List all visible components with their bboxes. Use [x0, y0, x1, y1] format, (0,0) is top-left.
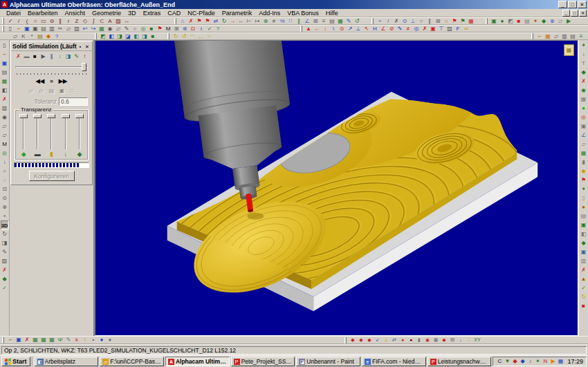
scale-icon[interactable]: %	[278, 18, 286, 25]
marker-red-icon[interactable]: ⚑	[450, 18, 459, 25]
post-icon[interactable]: ◆	[440, 337, 448, 344]
camera-icon[interactable]: ◉	[106, 26, 114, 32]
half-icon[interactable]: ◧	[580, 229, 588, 238]
text-icon[interactable]: A	[106, 18, 114, 25]
xy-icon[interactable]: XY	[473, 337, 481, 344]
snap-center-icon[interactable]: ⊙	[401, 18, 409, 25]
save-op-icon[interactable]: ▣	[15, 337, 23, 344]
green-tray-icon[interactable]: ✦	[534, 357, 541, 366]
target2-icon[interactable]: ◎	[580, 113, 588, 122]
green-box-icon[interactable]: ▣	[580, 220, 588, 229]
cube-icon[interactable]: ■	[147, 26, 156, 32]
dim-diagonal-icon[interactable]: ↗	[346, 26, 354, 32]
delete2-icon[interactable]: ✗	[1, 95, 9, 104]
simulate1-icon[interactable]: ▦	[31, 337, 39, 344]
holder-icon[interactable]: ▮	[415, 337, 423, 344]
probe-icon[interactable]: T	[580, 59, 588, 68]
check-icon[interactable]: ✓	[205, 26, 214, 32]
play-tray-icon[interactable]: ▶	[549, 357, 556, 366]
material2-icon[interactable]: ▬	[23, 53, 30, 60]
open-icon[interactable]: ⌐	[15, 26, 23, 32]
save-icon[interactable]: ▣	[23, 26, 31, 32]
copy-icon[interactable]: ▱	[64, 26, 73, 32]
marker-green-icon[interactable]: ⚑	[459, 18, 467, 25]
close-button[interactable]: ✕	[578, 1, 587, 8]
help2-icon[interactable]: ?	[53, 33, 61, 40]
pin-icon[interactable]: ▪	[77, 43, 84, 50]
holder2-icon[interactable]: ▮	[580, 158, 588, 167]
dim-center-icon[interactable]: ◎	[412, 26, 421, 32]
angle-icon[interactable]: ∠	[303, 18, 311, 25]
stretch-icon[interactable]: ↔	[237, 18, 245, 25]
extend-icon[interactable]: ↦	[253, 18, 261, 25]
erase-icon[interactable]: ✗	[1, 265, 9, 274]
taskbar-item-pete-projekt[interactable]: P Pete_Projekt_SS_2010_...	[231, 357, 295, 366]
block-icon[interactable]: ▣	[580, 122, 588, 131]
line-icon[interactable]: /	[15, 18, 23, 25]
paste-icon[interactable]: ▨	[73, 26, 81, 32]
macro2-icon[interactable]: M	[1, 140, 9, 149]
step-sim-icon[interactable]: ↓	[56, 53, 64, 60]
table-icon[interactable]: ⊞	[172, 26, 181, 32]
angle2-icon[interactable]: ∠	[580, 131, 588, 140]
dim-baseline-icon[interactable]: ⊥	[354, 26, 362, 32]
toolbar-grip[interactable]	[371, 18, 374, 24]
pencil-icon[interactable]: ✎	[122, 26, 131, 32]
save-file-icon[interactable]: ▣	[1, 59, 9, 68]
toolbar-grip[interactable]	[2, 26, 4, 32]
dim-radius-icon[interactable]: ⊙	[338, 26, 346, 32]
remove-icon[interactable]: ✗	[580, 77, 588, 86]
tool-down-icon[interactable]: ↓	[580, 50, 588, 59]
snap-intersection-icon[interactable]: ✗	[392, 18, 401, 25]
toolbar-grip[interactable]	[2, 337, 4, 344]
window-list-icon[interactable]: ≡	[577, 33, 585, 40]
tile-vertical-icon[interactable]: ▤	[569, 33, 577, 40]
toolbar-grip[interactable]	[2, 18, 4, 24]
gray-dot-icon[interactable]: ●	[106, 337, 114, 344]
doc2-icon[interactable]: ▯	[580, 194, 588, 203]
panel-icon[interactable]: ▤	[523, 18, 531, 25]
dim-delete-icon[interactable]: ✗	[421, 26, 429, 32]
polygon-icon[interactable]: ◇	[81, 18, 89, 25]
snapshot-icon[interactable]: ◉	[1, 113, 9, 122]
break-icon[interactable]: ≠	[270, 18, 278, 25]
sheet-icon[interactable]: ▱	[556, 18, 564, 25]
sketch-icon[interactable]: ✎	[1, 247, 9, 256]
swap-icon[interactable]: ⇄	[390, 337, 398, 344]
menu-datei[interactable]: Datei	[3, 9, 24, 17]
documents-icon[interactable]: ▱	[114, 26, 122, 32]
import-icon[interactable]: ↓	[1, 158, 9, 167]
tools-icon[interactable]: ▣	[490, 18, 498, 25]
toolbar-grip[interactable]	[174, 18, 176, 24]
preview-icon[interactable]: ▥	[48, 26, 56, 32]
warning-icon[interactable]: !	[81, 337, 89, 344]
simulation-panel-header[interactable]: Solid Simulation (Läuft) ▪ ✕	[11, 41, 92, 51]
drawer-icon[interactable]: ▤	[36, 33, 44, 40]
snap-parallel-icon[interactable]: ∥	[425, 18, 434, 25]
tool-dark-icon[interactable]: ●	[407, 337, 415, 344]
tool-red-icon[interactable]: ●	[398, 337, 407, 344]
spin2-icon[interactable]: ↻	[580, 292, 588, 301]
slider-thumb[interactable]	[62, 114, 70, 118]
dim-note-icon[interactable]: F	[454, 26, 462, 32]
pan-icon[interactable]: +	[1, 211, 9, 220]
dim-left-icon[interactable]: ←	[313, 26, 321, 32]
snap-perpendicular-icon[interactable]: ⊥	[409, 18, 417, 25]
rows-icon[interactable]: ▥	[580, 256, 588, 265]
print-icon[interactable]: ▤	[39, 26, 48, 32]
power-icon[interactable]: Ω	[189, 26, 197, 32]
construction-icon[interactable]: ⌂	[442, 18, 450, 25]
leaf-icon[interactable]: ✦	[580, 185, 588, 194]
delete-icon[interactable]: ✗	[187, 18, 195, 25]
dim-height-icon[interactable]: H	[371, 26, 379, 32]
minimize-button[interactable]: _	[558, 1, 567, 8]
menu-cad[interactable]: CAD	[164, 9, 184, 17]
orbit-up-icon[interactable]: ◠	[188, 33, 196, 40]
blue-dot-icon[interactable]: ●	[98, 337, 106, 344]
toleranz-field[interactable]: 0.6	[59, 97, 88, 106]
snap-tangent-icon[interactable]: ○	[417, 18, 425, 25]
view-icon[interactable]: ○	[131, 26, 139, 32]
speed-slider-thumb[interactable]	[82, 63, 86, 71]
menu-parametrik[interactable]: Parametrik	[219, 9, 256, 17]
dim-tolerance-icon[interactable]: ≠	[404, 26, 412, 32]
